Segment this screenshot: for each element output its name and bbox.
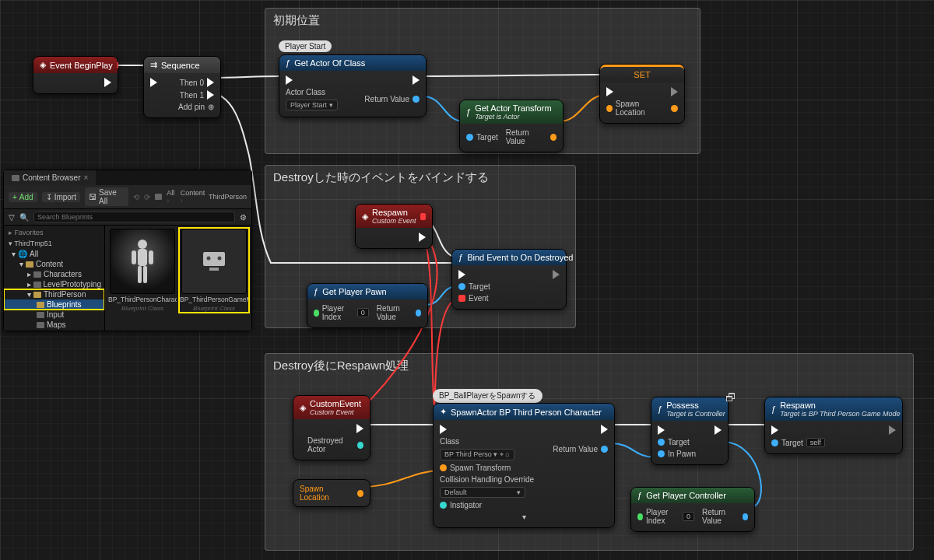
event-icon: ◈ [300,403,306,413]
node-event-beginplay[interactable]: ◈Event BeginPlay [33,56,118,94]
breadcrumb[interactable]: AllContentThirdPerson [167,189,247,205]
node-respawn-call[interactable]: ƒRespawnTarget is BP Third Person Game M… [764,397,903,454]
actor-class-dropdown[interactable]: Player Start ▾ [286,100,338,110]
svg-rect-6 [203,252,225,266]
node-get-actor-transform[interactable]: ƒGet Actor TransformTarget is Actor Targ… [459,100,564,152]
node-respawn-event[interactable]: ◈RespawnCustom Event [355,204,433,249]
comment-title: 初期位置 [265,9,700,33]
favorites-section[interactable]: ▸ Favorites [4,227,104,238]
add-pin-icon[interactable]: ⊕ [208,103,214,111]
node-get-actor-of-class[interactable]: ƒGet Actor Of Class Actor ClassPlayer St… [279,54,427,117]
history-fwd-icon[interactable]: ⟳ [144,193,150,201]
svg-rect-3 [149,250,153,264]
asset-bp-gamemode[interactable]: BP_ThirdPersonGameMode Blueprint Class [180,229,248,312]
sidebar-item-blueprints[interactable]: Blueprints [4,299,104,310]
folder-icon[interactable] [155,194,162,200]
node-get-player-controller[interactable]: ƒGet Player Controller Player Index0Retu… [630,487,755,532]
node-get-player-pawn[interactable]: ƒGet Player Pawn Player Index0Return Val… [307,283,428,328]
svg-point-8 [207,257,211,261]
class-dropdown[interactable]: BP Third Perso ▾ ⌖ ⌂ [440,449,514,460]
collision-dropdown[interactable]: Default ▾ [440,487,525,498]
svg-rect-1 [138,249,147,266]
settings-icon[interactable]: ⚙ [240,213,247,222]
node-possess[interactable]: ƒPossessTarget is Controller Target In P… [651,397,729,465]
function-icon: ƒ [658,404,662,414]
delegate-icon [117,62,118,68]
svg-rect-7 [209,268,219,271]
search-input[interactable] [33,212,235,222]
node-spawn-location-var[interactable]: Spawn Location [293,479,370,507]
svg-point-9 [218,257,222,261]
comment-title: Destroyした時のイベントをバインドする [265,166,575,190]
delegate-icon [420,213,426,220]
event-icon: ◈ [40,60,46,70]
spawn-icon: ✦ [440,407,447,417]
filter-icon[interactable]: ▽ [9,213,15,222]
function-icon: ƒ [466,107,471,117]
node-spawn-actor[interactable]: ✦SpawnActor BP Third Person Character Cl… [433,403,615,528]
authority-icon: 🗗 [725,391,736,404]
svg-rect-4 [138,266,142,283]
asset-bp-character[interactable]: BP_ThirdPersonCharacter Blueprint Class [108,229,177,312]
expand-icon[interactable]: ▾ [522,513,526,521]
function-icon: ƒ [458,253,463,262]
save-all-button[interactable]: 🖫 Save All [85,187,128,206]
function-icon: ƒ [637,491,642,500]
svg-rect-2 [132,250,136,264]
import-button[interactable]: ↧ Import [42,192,80,202]
add-button[interactable]: + Add [9,192,37,202]
bubble-spawn-bp[interactable]: BP_BallPlayerをSpawnする [433,389,542,403]
project-section[interactable]: ▾ ThirdTmp51 [4,238,104,249]
bubble-player-start[interactable]: Player Start [279,40,332,52]
all-icon: 🌐 [18,250,27,258]
content-browser-tab[interactable]: Content Browser× [4,170,96,185]
function-icon: ƒ [771,404,776,414]
content-browser-panel[interactable]: Content Browser× + Add ↧ Import 🖫 Save A… [3,170,252,331]
event-icon: ◈ [362,212,368,222]
node-sequence[interactable]: ⇉Sequence Then 0 Then 1 Add pin⊕ [143,56,221,118]
history-back-icon[interactable]: ⟲ [133,193,139,201]
source-tree[interactable]: ▸ Favorites ▾ ThirdTmp51 ▾🌐All ▾Content … [4,226,105,331]
node-bind-event-destroyed[interactable]: ƒBind Event to On Destroyed Target Event [451,249,567,310]
player-index-input[interactable]: 0 [357,308,369,317]
comment-title: Destroy後にRespawn処理 [265,354,913,378]
node-set-spawn-location[interactable]: SET Spawn Location [599,64,685,124]
svg-point-0 [138,240,147,249]
folder-icon [12,175,19,181]
function-icon: ƒ [286,58,290,68]
node-custom-event[interactable]: ◈CustomEventCustom Event Destroyed Actor [293,395,370,460]
search-icon: 🔍 [19,213,29,222]
svg-rect-5 [143,266,147,283]
function-icon: ƒ [314,287,318,296]
sequence-icon: ⇉ [150,60,157,70]
close-icon[interactable]: × [83,173,88,182]
player-index-input[interactable]: 0 [683,512,694,521]
